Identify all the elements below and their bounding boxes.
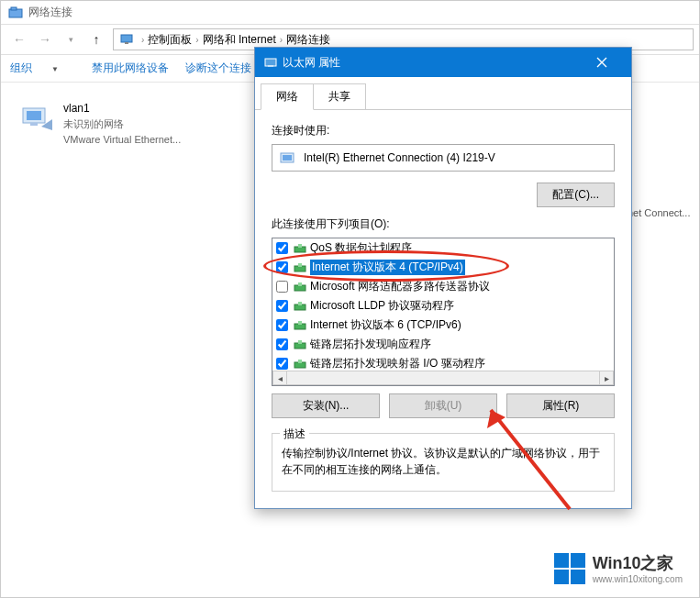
crumb-network-connections[interactable]: 网络连接 — [286, 32, 330, 48]
adapter-display-name: Intel(R) Ethernet Connection (4) I219-V — [304, 151, 495, 164]
svg-rect-10 — [283, 155, 292, 161]
list-item-label: QoS 数据包计划程序 — [310, 240, 412, 256]
list-item-label: Microsoft 网络适配器多路传送器协议 — [310, 279, 490, 294]
watermark-url: www.win10xitong.com — [593, 574, 683, 584]
close-icon — [596, 57, 607, 68]
list-item[interactable]: Internet 协议版本 4 (TCP/IPv4) — [272, 258, 614, 277]
list-item[interactable]: Microsoft LLDP 协议驱动程序 — [272, 296, 614, 316]
network-folder-icon — [8, 6, 23, 20]
svg-rect-18 — [298, 302, 302, 305]
tab-sharing[interactable]: 共享 — [314, 83, 366, 110]
recent-dropdown[interactable]: ▾ — [58, 28, 83, 50]
chevron-icon: › — [195, 35, 198, 45]
list-item[interactable]: Microsoft 网络适配器多路传送器协议 — [272, 277, 614, 296]
protocol-icon — [294, 300, 306, 313]
list-item[interactable]: QoS 数据包计划程序 — [272, 238, 614, 258]
adapter-device: VMware Virtual Ethernet... — [63, 132, 181, 148]
svg-rect-7 — [265, 59, 276, 66]
windows-logo-icon — [554, 553, 585, 584]
toolbar-organize[interactable]: 组织▼ — [10, 61, 75, 76]
list-item-checkbox[interactable] — [276, 261, 288, 273]
crumb-control-panel[interactable]: 控制面板 — [148, 32, 192, 48]
list-item[interactable]: Internet 协议版本 6 (TCP/IPv6) — [272, 316, 614, 335]
toolbar-diagnose[interactable]: 诊断这个连接 — [185, 61, 251, 76]
ethernet-properties-dialog: 以太网 属性 网络 共享 连接时使用: Intel(R) Ethernet Co… — [254, 47, 632, 509]
adapter-lines: vlan1 未识别的网络 VMware Virtual Ethernet... — [63, 101, 181, 148]
svg-rect-5 — [27, 111, 41, 120]
window-title-row: 网络连接 — [1, 1, 699, 24]
scroll-right-arrow[interactable]: ▸ — [599, 371, 614, 385]
protocol-icon — [294, 261, 306, 274]
toolbar-disable-device[interactable]: 禁用此网络设备 — [92, 61, 169, 76]
forward-button[interactable]: → — [32, 28, 58, 50]
list-item-checkbox[interactable] — [276, 358, 288, 370]
chevron-icon: › — [141, 35, 144, 45]
protocol-icon — [294, 358, 306, 371]
protocol-listbox[interactable]: QoS 数据包计划程序Internet 协议版本 4 (TCP/IPv4)Mic… — [272, 238, 615, 386]
protocol-icon — [294, 242, 306, 255]
list-item[interactable]: 链路层拓扑发现映射器 I/O 驱动程序 — [272, 354, 614, 372]
watermark: Win10之家 www.win10xitong.com — [554, 552, 683, 584]
chevron-icon: › — [280, 35, 283, 45]
svg-rect-1 — [11, 7, 17, 10]
svg-rect-14 — [298, 263, 302, 267]
connect-using-label: 连接时使用: — [272, 123, 615, 138]
back-button[interactable]: ← — [6, 28, 32, 50]
list-item-label: Internet 协议版本 6 (TCP/IPv6) — [310, 317, 461, 333]
scroll-left-arrow[interactable]: ◂ — [272, 371, 287, 385]
adapter-name: vlan1 — [63, 101, 181, 116]
list-item[interactable]: 链路层拓扑发现响应程序 — [272, 335, 614, 354]
watermark-title: Win10之家 — [593, 552, 683, 574]
dialog-title-text: 以太网 属性 — [283, 55, 340, 71]
dialog-close-button[interactable] — [582, 48, 622, 77]
partially-hidden-adapter[interactable]: net Connect... — [628, 185, 694, 240]
svg-rect-3 — [125, 42, 128, 44]
scroll-track[interactable] — [287, 371, 599, 385]
description-legend: 描述 — [280, 426, 309, 442]
list-item-label: Internet 协议版本 4 (TCP/IPv4) — [310, 260, 465, 275]
protocol-icon — [294, 338, 306, 351]
adapter-status: 未识别的网络 — [63, 116, 181, 132]
window-title-text: 网络连接 — [28, 5, 72, 20]
horizontal-scrollbar[interactable]: ◂ ▸ — [272, 371, 614, 385]
tab-network[interactable]: 网络 — [261, 83, 314, 110]
crumb-network-internet[interactable]: 网络和 Internet — [203, 32, 276, 48]
nic-titlebar-icon — [264, 56, 277, 69]
svg-rect-6 — [30, 123, 38, 126]
action-button-row: 安装(N)... 卸载(U) 属性(R) — [272, 393, 615, 418]
description-group: 描述 传输控制协议/Internet 协议。该协议是默认的广域网络协议，用于在不… — [272, 433, 615, 492]
list-item-label: 链路层拓扑发现映射器 I/O 驱动程序 — [310, 356, 485, 371]
list-item-label: 链路层拓扑发现响应程序 — [310, 337, 431, 352]
protocol-icon — [294, 281, 306, 293]
dialog-tabs: 网络 共享 — [255, 77, 631, 110]
svg-rect-24 — [298, 360, 302, 363]
svg-rect-20 — [298, 321, 302, 325]
list-item-checkbox[interactable] — [276, 281, 288, 293]
uninstall-button[interactable]: 卸载(U) — [389, 393, 497, 418]
properties-button[interactable]: 属性(R) — [506, 393, 615, 418]
list-item-label: Microsoft LLDP 协议驱动程序 — [310, 298, 454, 314]
adapter-icon — [19, 101, 56, 138]
items-label: 此连接使用下列项目(O): — [272, 216, 615, 232]
up-button[interactable]: ↑ — [83, 28, 109, 50]
install-button[interactable]: 安装(N)... — [272, 393, 380, 418]
list-item-checkbox[interactable] — [276, 338, 288, 350]
adapter-display-box: Intel(R) Ethernet Connection (4) I219-V — [272, 144, 615, 172]
nic-icon — [280, 150, 296, 165]
dialog-titlebar[interactable]: 以太网 属性 — [255, 48, 631, 77]
svg-rect-16 — [298, 282, 302, 286]
protocol-icon — [294, 319, 306, 332]
network-icon — [119, 32, 134, 47]
svg-rect-22 — [298, 340, 302, 344]
description-text: 传输控制协议/Internet 协议。该协议是默认的广域网络协议，用于在不同的相… — [282, 445, 605, 478]
configure-button[interactable]: 配置(C)... — [537, 183, 615, 207]
svg-rect-2 — [121, 35, 132, 42]
list-item-checkbox[interactable] — [276, 242, 288, 254]
svg-rect-12 — [298, 244, 302, 248]
adapter-item-vlan1[interactable]: vlan1 未识别的网络 VMware Virtual Ethernet... — [19, 101, 221, 148]
list-item-checkbox[interactable] — [276, 319, 288, 331]
dialog-body: 连接时使用: Intel(R) Ethernet Connection (4) … — [255, 110, 631, 508]
list-item-checkbox[interactable] — [276, 300, 288, 312]
